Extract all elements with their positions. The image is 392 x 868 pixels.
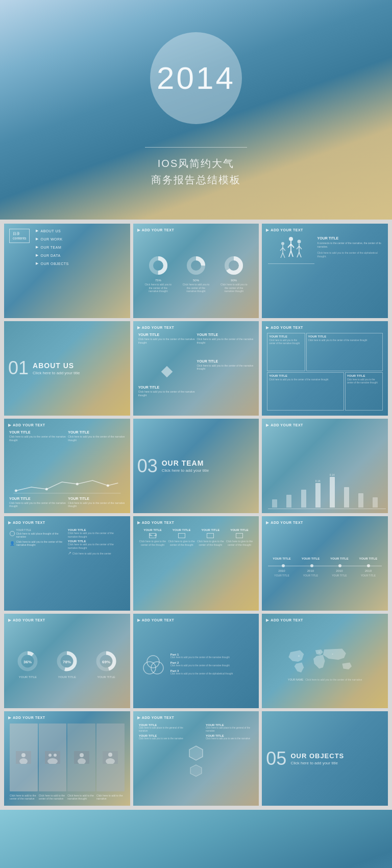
bc-item-2: Part 2 Click here to add you to the cent… <box>170 661 253 667</box>
our-objects-row: 05 OUR OBJECTS Click here to add your ti… <box>266 748 384 769</box>
tag-donut: ▶ ADD YOUR TEXT <box>8 618 126 622</box>
svg-point-25 <box>45 488 48 490</box>
slide-our-team[interactable]: 03 OUR TEAM Click here to add your title <box>133 419 259 513</box>
slide-timeline-env[interactable]: ▶ ADD YOUR TEXT YOUR TITLE Click here to… <box>133 516 259 611</box>
svg-point-49 <box>54 754 57 757</box>
tag-text-figures: ADD YOUR TEXT <box>271 228 303 232</box>
slide-figures[interactable]: ▶ ADD YOUR TEXT <box>262 224 388 318</box>
icon-block-2: YOUR TITLE Click here to add you to the … <box>68 540 125 549</box>
world-map-svg <box>269 646 381 677</box>
hero-line2: 商务报告总结模板 <box>151 172 241 188</box>
hex-block-3: YOUR TITLE Click here to add place to th… <box>206 724 253 733</box>
figure-svg-2 <box>287 236 295 262</box>
icons-row-content: YOUR TITLEClick here to add place though… <box>8 527 126 607</box>
timeline-years-row: 2010 2010 2010 2010 <box>268 569 382 572</box>
slide-our-objects[interactable]: 05 OUR OBJECTS Click here to add your ti… <box>262 711 388 806</box>
slides-grid: 目录contents ▶ ABOUT US ▶ OUR WORK ▶ OUR T… <box>0 220 392 810</box>
envelope-3 <box>207 533 214 538</box>
lc-block-1: YOUR TITLE Click here to add you to the … <box>9 430 66 471</box>
slide-big-circle[interactable]: ▶ ADD YOUR TEXT Part 1 Click here to add… <box>133 614 259 708</box>
svg-point-12 <box>289 237 293 241</box>
linechart-grid: YOUR TITLE Click here to add you to the … <box>8 429 126 472</box>
photo-1 <box>10 724 38 791</box>
slide-diamond[interactable]: ▶ ADD YOUR TEXT YOUR TITLE Click here to… <box>133 321 259 416</box>
triple-circles <box>139 626 167 702</box>
diamond-shape <box>161 366 173 378</box>
bar-4: 0.16 <box>311 479 325 508</box>
hero-circle: 2014 <box>150 32 242 124</box>
bar-6 <box>340 487 353 508</box>
box-3: YOUR TITLE Click here to add you to the … <box>267 372 344 411</box>
icon-arrow-item: ↗ Click here to add you to the center <box>68 551 111 556</box>
svg-line-16 <box>289 251 291 257</box>
hex-block-1: YOUR TITLE Click here to add place to th… <box>139 724 186 733</box>
icon-text-1: YOUR TITLEClick here to add place though… <box>16 528 66 539</box>
box-2: YOUR TITLE Click here to add you to the … <box>306 333 383 371</box>
our-objects-title: OUR OBJECTS <box>290 752 344 760</box>
pie-desc-2: Click here to add you to the center of t… <box>182 283 210 293</box>
svg-line-22 <box>297 252 299 257</box>
svg-point-55 <box>108 753 112 757</box>
hex-block-2: YOUR TITLE Click here to add you to see … <box>139 734 186 740</box>
envelope-1 <box>149 533 156 538</box>
figures-text: YOUR TITLE It connects to the center of … <box>317 236 382 312</box>
arrow-icon-5: ▶ <box>36 261 38 266</box>
slide-tag-figures: ▶ ADD YOUR TEXT <box>266 228 384 232</box>
env-col-3: YOUR TITLE Click here to give to the cen… <box>197 528 225 605</box>
lc-block-3: YOUR TITLE Click here to add you to the … <box>9 497 66 508</box>
bar-8 <box>369 497 382 508</box>
slide-box-grid[interactable]: ▶ ADD YOUR TEXT YOUR TITLE Click here to… <box>262 321 388 416</box>
tag-timeline-years: ▶ ADD YOUR TEXT <box>266 520 384 525</box>
about-us-text: ABOUT US Click here to add your title <box>33 361 80 375</box>
line-chart-svg <box>8 473 126 496</box>
map-label-1: YOUR NAME <box>288 678 303 681</box>
arrow-icon-4: ▶ <box>36 253 38 257</box>
svg-text:69%: 69% <box>102 660 110 664</box>
bar-axis-line <box>268 509 386 509</box>
pie-label-1: 75% <box>144 279 172 282</box>
contents-item-3: ▶ OUR TEAM <box>36 245 125 249</box>
slide-icons-row[interactable]: ▶ ADD YOUR TEXT YOUR TITLEClick here to … <box>4 516 130 611</box>
slide-photo-row[interactable]: ▶ ADD YOUR TEXT <box>4 711 130 806</box>
lc-block-2: YOUR TITLE Click here to add you to the … <box>68 430 125 471</box>
our-team-subtitle: Click here to add your title <box>162 468 209 473</box>
tag-arrow-fig: ▶ <box>266 228 269 232</box>
icon-text-2: Click here to add you to the center of t… <box>16 540 66 547</box>
diamond-block-3: YOUR TITLE Click here to add you to the … <box>197 359 254 384</box>
about-us-title: ABOUT US <box>33 361 80 370</box>
bar-5: 0.14 <box>326 473 339 508</box>
pie-3: 90% Click here to add you to the center … <box>220 255 248 293</box>
hex-right: YOUR TITLE Click here to add place to th… <box>206 724 253 800</box>
linechart-bottom: YOUR TITLE Click here to add you to the … <box>8 496 126 509</box>
slide-contents[interactable]: 目录contents ▶ ABOUT US ▶ OUR WORK ▶ OUR T… <box>4 224 130 318</box>
slide-timeline-years[interactable]: ▶ ADD YOUR TEXT YOUR TITLE YOUR TITLE YO… <box>262 516 388 611</box>
our-team-text: OUR TEAM Click here to add your title <box>162 459 209 473</box>
donut-label-3: YOUR TITLE <box>95 676 117 679</box>
svg-point-48 <box>48 754 52 757</box>
triple-circles-svg <box>139 650 167 679</box>
hero-slide: 2014 IOS风简约大气 商务报告总结模板 <box>0 0 392 220</box>
hex-center <box>188 724 204 800</box>
map-legend: YOUR NAME Click here to add you to the c… <box>287 677 363 682</box>
slide-world-map[interactable]: ▶ ADD YOUR TEXT <box>262 614 388 708</box>
slide-pie-charts[interactable]: ▶ ADD YOUR TEXT 75% Click here to add yo… <box>133 224 259 318</box>
svg-text:36%: 36% <box>23 660 32 664</box>
hero-year: 2014 <box>157 60 235 96</box>
bc-item-1: Part 1 Click here to add you to the cent… <box>170 653 253 659</box>
bar-1 <box>268 499 281 508</box>
slide-hexagons[interactable]: ▶ ADD YOUR TEXT YOUR TITLE Click here to… <box>133 711 259 806</box>
our-objects-subtitle: Click here to add your title <box>290 761 344 765</box>
slide-linechart[interactable]: ▶ ADD YOUR TEXT YOUR TITLE Click here to… <box>4 419 130 513</box>
slide-barchart[interactable]: ▶ ADD YOUR TEXT 0.16 <box>262 419 388 513</box>
pie-1: 75% Click here to add you to the center … <box>144 255 172 293</box>
person-icon: 👤 <box>10 541 15 546</box>
slide-donut-pcts[interactable]: ▶ ADD YOUR TEXT 36% YOUR TITLE 7 <box>4 614 130 708</box>
slide-about-us[interactable]: 01 ABOUT US Click here to add your title <box>4 321 130 416</box>
contents-item-1: ▶ ABOUT US <box>36 229 125 233</box>
bc-item-3: Part 3 Click here to add you to the cent… <box>170 669 253 676</box>
svg-line-17 <box>291 251 293 257</box>
icon-block-1: YOUR TITLE Click here to add you to the … <box>68 528 125 538</box>
svg-marker-58 <box>190 765 202 777</box>
diamond-grid: YOUR TITLE Click here to add you to the … <box>137 332 255 412</box>
pie-desc-3: Click here to add you to the center of t… <box>220 283 248 293</box>
